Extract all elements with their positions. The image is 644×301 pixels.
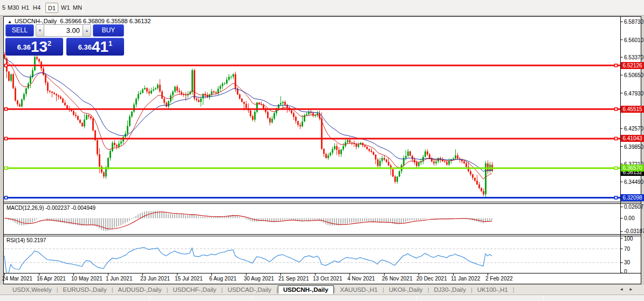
- price-badge-6.32098: 6.32098: [621, 194, 644, 201]
- price-tick-6.56010: 6.56010: [624, 37, 643, 43]
- date-label: 16 Apr 2021: [37, 276, 66, 282]
- chart-tab-xauusd-h1[interactable]: XAUUSD-,H1: [335, 286, 382, 293]
- date-label: 21 Sep 2021: [278, 276, 309, 282]
- price-badge-6.52126: 6.52126: [621, 62, 644, 69]
- date-label: 1 Jun 2021: [106, 276, 133, 282]
- collapse-panel-icon[interactable]: ▲: [8, 19, 12, 24]
- sell-price-pips: 13: [31, 38, 47, 55]
- line-handle-right[interactable]: [615, 137, 618, 140]
- tab-scroll-arrows: ◄►: [619, 287, 639, 292]
- volume-input[interactable]: [44, 24, 83, 37]
- date-label: 23 Jun 2021: [140, 276, 170, 282]
- date-label: 30 Aug 2021: [244, 276, 274, 282]
- chart-tab-bar: USDX,Weekly|EURUSD-,Daily|AUDUSD-,Daily|…: [0, 285, 644, 295]
- date-label: 10 May 2021: [71, 276, 102, 282]
- rsi-name: RSI(14): [6, 237, 25, 243]
- date-label: 20 Dec 2021: [416, 276, 447, 282]
- buy-price-display[interactable]: 6.36411: [66, 38, 124, 56]
- symbol-timeframe-label: USDCNH-,Daily: [15, 18, 57, 24]
- indicator-axis-label: 0: [624, 269, 627, 275]
- statusbar-separator: [252, 296, 252, 301]
- macd-label: MACD(12,26,9) -0.002237 -0.004949: [6, 205, 95, 211]
- line-handle-left[interactable]: [5, 137, 8, 140]
- date-label: 11 Jan 2022: [451, 276, 480, 282]
- line-handle-left[interactable]: [5, 167, 8, 169]
- price-tick-6.58730: 6.58730: [624, 19, 643, 25]
- chart-tab-usdcnh-daily[interactable]: USDCNH-,Daily: [278, 285, 334, 294]
- sell-price-point: 2: [47, 39, 51, 47]
- triangle-up-icon: ▲: [85, 29, 89, 32]
- price-tick-6.39850: 6.39850: [624, 144, 643, 150]
- price-badge-6.45515: 6.45515: [621, 106, 644, 113]
- indicator-axis-label: 0.00: [624, 215, 634, 221]
- macd-name: MACD(12,26,9): [6, 205, 44, 211]
- one-click-trading-panel: SELL ▼ ▲ BUY 6.36132 6.36411: [5, 24, 124, 56]
- indicator-axis-label: 100: [624, 236, 633, 242]
- date-label: 4 Nov 2021: [347, 276, 375, 282]
- price-tick-6.53370: 6.53370: [624, 54, 643, 60]
- chart-tab-usdcad-daily[interactable]: USDCAD-,Daily: [223, 286, 276, 293]
- line-handle-left[interactable]: [5, 196, 8, 199]
- tab-separator: |: [513, 286, 515, 293]
- triangle-down-icon: ▼: [38, 29, 42, 32]
- date-label: 6 Aug 2021: [209, 276, 237, 282]
- date-label: 2 Feb 2022: [485, 276, 513, 282]
- volume-decrease-button[interactable]: ▼: [36, 24, 44, 37]
- chart-window-frame: [4, 17, 641, 284]
- chart-tab-uk100-h1[interactable]: UK100-,H1: [472, 286, 513, 293]
- indicator-axis-label: -0.031872: [624, 228, 644, 234]
- price-tick-6.42570: 6.42570: [624, 126, 643, 132]
- date-label: 24 Mar 2021: [2, 276, 32, 282]
- chart-tab-eurusd-daily[interactable]: EURUSD-,Daily: [58, 286, 112, 293]
- chart-tab-ukoil-daily[interactable]: UKOil-,Daily: [384, 286, 428, 293]
- price-tick-6.50650: 6.50650: [624, 72, 643, 78]
- tab-scroll-left-icon[interactable]: ◄: [619, 287, 629, 292]
- indicator-axis-label: 70: [624, 246, 630, 252]
- chart-tab-usdchf-daily[interactable]: USDCHF-,Daily: [168, 286, 222, 293]
- statusbar-separator: [149, 296, 150, 301]
- ohlc-quote-label: 6.35966 6.36809 6.35588 6.36132: [60, 18, 150, 24]
- tab-scroll-right-icon[interactable]: ►: [629, 287, 639, 292]
- buy-button[interactable]: BUY: [93, 24, 124, 37]
- line-handle-right[interactable]: [615, 167, 618, 169]
- chart-tab-usdx-weekly[interactable]: USDX,Weekly: [8, 286, 57, 293]
- volume-increase-button[interactable]: ▲: [83, 24, 91, 37]
- rsi-value: 50.2197: [26, 237, 46, 243]
- price-badge-6.41043: 6.41043: [621, 135, 644, 142]
- line-handle-right[interactable]: [615, 196, 618, 199]
- sell-button[interactable]: SELL: [5, 24, 34, 37]
- status-bar: [0, 295, 644, 301]
- line-handle-right[interactable]: [615, 108, 618, 111]
- statusbar-separator: [416, 296, 417, 301]
- macd-values: -0.002237 -0.004949: [45, 205, 95, 211]
- buy-price-point: 1: [108, 39, 112, 47]
- chart-tab-audusd-daily[interactable]: AUDUSD-,Daily: [113, 286, 167, 293]
- sell-price-display[interactable]: 6.36132: [5, 38, 63, 56]
- price-tick-6.47930: 6.47930: [624, 91, 643, 97]
- line-handle-left[interactable]: [5, 108, 8, 111]
- line-handle-left[interactable]: [5, 64, 8, 67]
- line-handle-right[interactable]: [615, 64, 618, 67]
- statusbar-separator: [543, 296, 544, 301]
- indicator-axis-label: 0.02607: [624, 204, 643, 210]
- chart-title: ▲USDCNH-,Daily 6.35966 6.36809 6.35588 6…: [8, 18, 151, 24]
- price-badge-6.36570: 6.36570: [621, 165, 644, 172]
- date-label: 13 Oct 2021: [313, 276, 342, 282]
- buy-price-base: 6.36: [78, 43, 92, 51]
- buy-price-pips: 41: [92, 38, 108, 55]
- price-tick-6.34490: 6.34490: [624, 179, 643, 185]
- sell-price-base: 6.36: [17, 43, 31, 51]
- date-label: 15 Jul 2021: [175, 276, 203, 282]
- chart-tab-dj30-daily[interactable]: DJ30-,Daily: [429, 286, 470, 293]
- indicator-axis-label: 30: [624, 259, 630, 265]
- rsi-label: RSI(14) 50.2197: [6, 237, 46, 243]
- date-label: 26 Nov 2021: [382, 276, 413, 282]
